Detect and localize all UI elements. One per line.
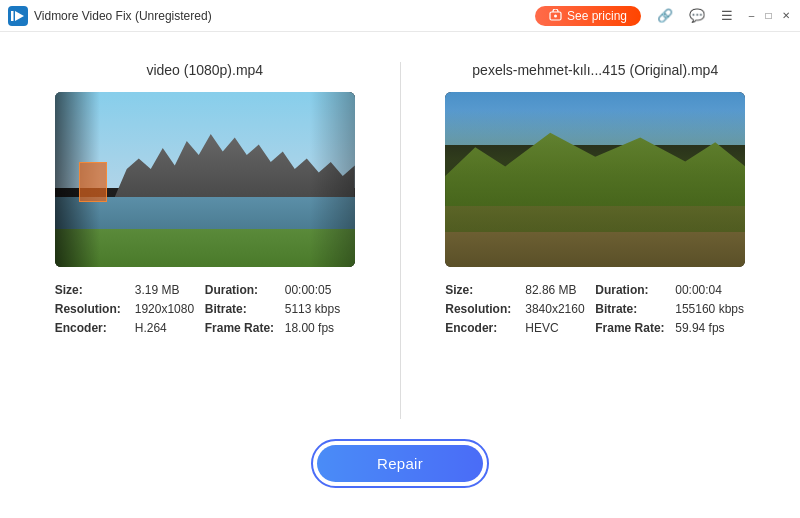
right-resolution-label: Resolution: — [445, 302, 525, 316]
right-video-title: pexels-mehmet-kılı...415 (Original).mp4 — [472, 62, 718, 78]
app-logo — [8, 6, 28, 26]
left-info-row-2: Resolution: 1920x1080 Bitrate: 5113 kbps — [55, 302, 355, 316]
right-video-info: Size: 82.86 MB Duration: 00:00:04 Resolu… — [445, 283, 745, 340]
link-icon[interactable]: 🔗 — [653, 6, 677, 25]
left-encoder-pair: Encoder: H.264 — [55, 321, 205, 335]
app-title: Vidmore Video Fix (Unregistered) — [34, 9, 535, 23]
right-video-panel: pexels-mehmet-kılı...415 (Original).mp4 … — [431, 62, 761, 419]
right-encoder-pair: Encoder: HEVC — [445, 321, 595, 335]
left-framerate-label: Frame Rate: — [205, 321, 285, 335]
right-size-label: Size: — [445, 283, 525, 297]
menu-icon[interactable]: ☰ — [717, 6, 737, 25]
titlebar-actions: 🔗 💬 ☰ — [653, 6, 737, 25]
right-info-row-2: Resolution: 3840x2160 Bitrate: 155160 kb… — [445, 302, 745, 316]
repair-button[interactable]: Repair — [317, 445, 483, 482]
left-framerate-value: 18.00 fps — [285, 321, 334, 335]
left-duration-label: Duration: — [205, 283, 285, 297]
left-bitrate-value: 5113 kbps — [285, 302, 340, 316]
right-framerate-pair: Frame Rate: 59.94 fps — [595, 321, 745, 335]
left-resolution-value: 1920x1080 — [135, 302, 194, 316]
video-artifact — [79, 162, 107, 202]
titlebar: Vidmore Video Fix (Unregistered) See pri… — [0, 0, 800, 32]
left-resolution-pair: Resolution: 1920x1080 — [55, 302, 205, 316]
right-bitrate-value: 155160 kbps — [675, 302, 744, 316]
svg-rect-2 — [11, 11, 14, 21]
vertical-divider — [400, 62, 401, 419]
left-bitrate-pair: Bitrate: 5113 kbps — [205, 302, 355, 316]
left-duration-value: 00:00:05 — [285, 283, 332, 297]
right-duration-pair: Duration: 00:00:04 — [595, 283, 745, 297]
right-encoder-value: HEVC — [525, 321, 558, 335]
pricing-label: See pricing — [567, 9, 627, 23]
left-video-panel: video (1080p).mp4 Size: 3.19 MB — [40, 62, 370, 419]
right-duration-value: 00:00:04 — [675, 283, 722, 297]
minimize-button[interactable]: – — [745, 9, 758, 22]
right-bitrate-label: Bitrate: — [595, 302, 675, 316]
left-info-row-3: Encoder: H.264 Frame Rate: 18.00 fps — [55, 321, 355, 335]
close-button[interactable]: ✕ — [779, 9, 792, 22]
right-info-row-1: Size: 82.86 MB Duration: 00:00:04 — [445, 283, 745, 297]
left-duration-pair: Duration: 00:00:05 — [205, 283, 355, 297]
right-framerate-value: 59.94 fps — [675, 321, 724, 335]
left-size-label: Size: — [55, 283, 135, 297]
right-video-thumbnail — [445, 92, 745, 267]
repair-section: Repair — [311, 439, 489, 498]
right-framerate-label: Frame Rate: — [595, 321, 675, 335]
right-encoder-label: Encoder: — [445, 321, 525, 335]
left-encoder-value: H.264 — [135, 321, 167, 335]
left-encoder-label: Encoder: — [55, 321, 135, 335]
left-size-pair: Size: 3.19 MB — [55, 283, 205, 297]
left-framerate-pair: Frame Rate: 18.00 fps — [205, 321, 355, 335]
videos-row: video (1080p).mp4 Size: 3.19 MB — [40, 62, 760, 419]
right-resolution-pair: Resolution: 3840x2160 — [445, 302, 595, 316]
svg-point-4 — [554, 15, 557, 18]
right-bitrate-pair: Bitrate: 155160 kbps — [595, 302, 745, 316]
right-size-pair: Size: 82.86 MB — [445, 283, 595, 297]
left-size-value: 3.19 MB — [135, 283, 180, 297]
right-resolution-value: 3840x2160 — [525, 302, 584, 316]
maximize-button[interactable]: □ — [762, 9, 775, 22]
right-info-row-3: Encoder: HEVC Frame Rate: 59.94 fps — [445, 321, 745, 335]
right-size-value: 82.86 MB — [525, 283, 576, 297]
main-content: video (1080p).mp4 Size: 3.19 MB — [0, 32, 800, 518]
foliage — [445, 110, 745, 233]
left-video-thumbnail — [55, 92, 355, 267]
right-duration-label: Duration: — [595, 283, 675, 297]
left-resolution-label: Resolution: — [55, 302, 135, 316]
left-video-info: Size: 3.19 MB Duration: 00:00:05 Resolut… — [55, 283, 355, 340]
left-video-title: video (1080p).mp4 — [146, 62, 263, 78]
left-bitrate-label: Bitrate: — [205, 302, 285, 316]
repair-button-wrapper: Repair — [311, 439, 489, 488]
pricing-button[interactable]: See pricing — [535, 6, 641, 26]
window-controls: – □ ✕ — [745, 9, 792, 22]
left-info-row-1: Size: 3.19 MB Duration: 00:00:05 — [55, 283, 355, 297]
chat-icon[interactable]: 💬 — [685, 6, 709, 25]
